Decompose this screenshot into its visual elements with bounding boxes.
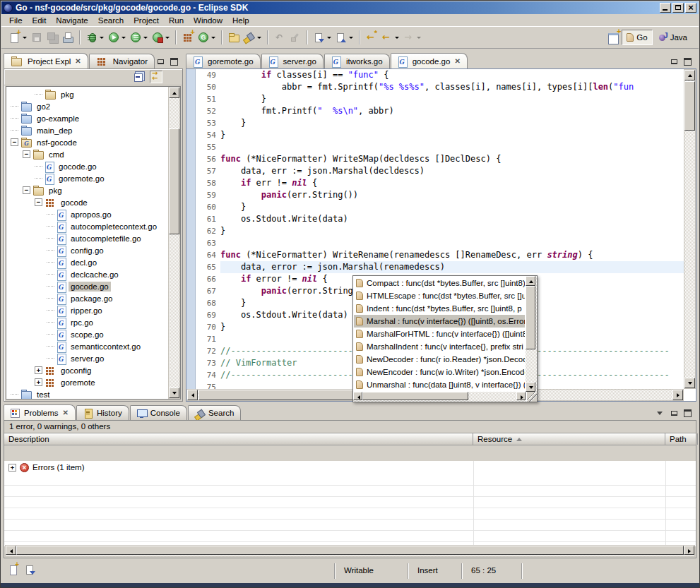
menu-search[interactable]: Search [93,16,129,25]
close-tab-icon[interactable]: ✕ [63,409,69,416]
column-header-resource[interactable]: Resource [473,433,665,445]
view-tab-project-expl[interactable]: Project Expl✕ [4,53,88,68]
tree-item-gocode-go[interactable]: gocode.go [6,280,168,292]
perspective-java[interactable]: Java [655,30,692,45]
next-annotation-button[interactable] [312,29,333,46]
scroll-down-arrow[interactable] [684,378,695,388]
collapse-icon[interactable]: − [23,186,30,194]
link-with-editor-icon[interactable] [150,71,162,83]
tree-item-autocompletefile-go[interactable]: autocompletefile.go [6,232,168,244]
tree-item-goconfig[interactable]: +goconfig [6,364,168,376]
expand-icon[interactable]: + [35,366,42,374]
dropdown-caret[interactable] [165,37,170,39]
menu-window[interactable]: Window [189,16,227,25]
tree-item-declcache-go[interactable]: declcache.go [6,268,168,280]
maximize-view-icon[interactable] [683,58,692,66]
column-header-path[interactable]: Path [665,433,698,445]
tree-item-semanticcontext-go[interactable]: semanticcontext.go [6,340,168,352]
scroll-right-arrow[interactable] [516,392,526,400]
tree-item-package-go[interactable]: package.go [6,292,168,304]
maximize-view-icon[interactable] [170,58,179,66]
tree-item-goremote[interactable]: +goremote [6,376,168,388]
tree-scrollbar[interactable] [168,87,180,399]
scroll-right-arrow[interactable] [684,546,694,555]
maximize-button[interactable] [672,3,684,13]
problems-row-errors[interactable]: +Errors (1 item) [4,461,696,474]
popup-hscrollbar[interactable] [353,392,526,402]
menu-project[interactable]: Project [129,16,164,25]
dropdown-caret[interactable] [100,37,104,39]
scroll-left-arrow[interactable] [6,546,16,555]
dropdown-caret[interactable] [121,37,126,39]
fast-view-icon[interactable] [8,564,19,575]
collapse-icon[interactable]: − [11,138,18,146]
perspective-go[interactable]: Go [622,30,652,45]
scroll-up-arrow[interactable] [169,88,179,98]
popup-resize-grip[interactable] [527,392,537,402]
tree-item-server-go[interactable]: server.go [6,352,168,364]
menu-run[interactable]: Run [164,16,189,25]
collapse-all-icon[interactable] [133,71,146,83]
status-annotation-icon[interactable] [25,564,36,575]
collapse-icon[interactable]: − [23,150,30,158]
run-external-tools-button[interactable] [129,29,149,46]
tree-item-decl-go[interactable]: decl.go [6,256,168,268]
tree-item-gocode-go[interactable]: gocode.go [6,160,168,172]
scroll-thumb[interactable] [198,390,375,400]
view-menu-icon[interactable] [656,409,665,417]
dropdown-caret[interactable] [211,37,215,39]
minimize-view-icon[interactable] [670,58,679,66]
menu-edit[interactable]: Edit [28,16,52,25]
tree-item-pkg[interactable]: pkg [6,88,168,100]
tree-item-go-example[interactable]: go-example [6,112,168,124]
completion-item[interactable]: NewEncoder : func(w io.Writer) *json.Enc… [354,366,525,378]
tree-item-goremote-go[interactable]: goremote.go [6,172,168,184]
scroll-left-arrow[interactable] [187,390,198,400]
close-tab-icon[interactable]: ✕ [454,58,460,65]
scroll-thumb[interactable] [526,286,535,349]
close-tab-icon[interactable]: ✕ [75,58,81,65]
scroll-left-arrow[interactable] [353,392,362,400]
dropdown-caret[interactable] [349,37,353,39]
open-resource-button[interactable] [227,29,241,46]
print-button[interactable] [61,29,75,46]
menu-file[interactable]: File [4,16,28,25]
back-to-last-location-button[interactable] [364,29,379,46]
editor-tab-server-go[interactable]: server.go [261,54,324,68]
editor-vscrollbar[interactable] [684,69,696,389]
completion-item[interactable]: HTMLEscape : func(dst *bytes.Buffer, src… [354,289,525,302]
search-button[interactable] [242,29,263,46]
problems-hscrollbar[interactable] [5,545,695,557]
tree-item-main-dep[interactable]: main_dep [6,124,168,136]
scroll-thumb[interactable] [169,128,179,234]
tree-item-pkg[interactable]: −pkg [6,184,168,196]
new-go-package-button[interactable] [181,29,195,46]
tree-item-rpc-go[interactable]: rpc.go [6,316,168,328]
minimize-button[interactable] [660,3,671,13]
new-wizard-button[interactable] [8,29,28,46]
column-header-description[interactable]: Description [4,433,473,445]
dropdown-caret[interactable] [23,37,27,39]
minimize-view-icon[interactable] [670,409,679,417]
expand-icon[interactable]: + [35,378,42,386]
view-tab-search[interactable]: Search [188,405,241,420]
back-button[interactable] [380,29,401,46]
new-go-file-button[interactable] [196,29,217,46]
completion-item[interactable]: MarshalForHTML : func(v interface{}) ([]… [354,328,525,340]
completion-item[interactable]: Marshal : func(v interface{}) ([]uint8, … [354,315,525,328]
completion-item[interactable]: Compact : func(dst *bytes.Buffer, src []… [354,277,525,289]
tree-item-go2[interactable]: go2 [6,100,168,112]
menu-help[interactable]: Help [227,16,254,25]
dropdown-caret[interactable] [327,37,331,39]
expand-icon[interactable]: + [8,464,16,472]
tree-item-apropos-go[interactable]: apropos.go [6,208,168,220]
dropdown-caret[interactable] [417,37,421,39]
tree-item-test[interactable]: test [6,388,168,399]
open-perspective-icon[interactable] [607,31,619,44]
view-tab-problems[interactable]: Problems✕ [4,404,76,420]
dropdown-caret[interactable] [395,37,399,39]
completion-item[interactable]: NewDecoder : func(r io.Reader) *json.Dec… [354,353,525,366]
dropdown-caret[interactable] [143,37,148,39]
view-menu-icon[interactable] [167,71,179,83]
completion-item[interactable]: MarshalIndent : func(v interface{}, pref… [354,340,525,353]
